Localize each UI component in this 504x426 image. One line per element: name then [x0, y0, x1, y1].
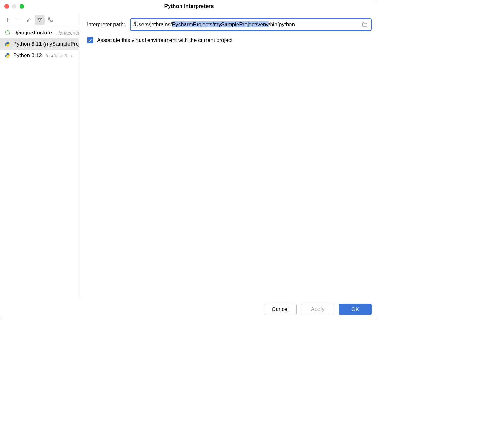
sidebar: DjangoStructure ~/anaconda Python 3.11 (… — [0, 13, 79, 299]
svg-point-2 — [5, 31, 10, 35]
svg-rect-1 — [51, 20, 52, 22]
interpreter-path-hint: ~/anaconda — [56, 30, 79, 36]
folder-icon — [362, 21, 368, 28]
interpreter-path-row: Interpreter path: /Users/jetbrains/Pycha… — [87, 18, 372, 31]
ok-button[interactable]: OK — [339, 304, 372, 315]
cancel-button[interactable]: Cancel — [264, 304, 297, 315]
associate-row: Associate this virtual environment with … — [87, 37, 372, 43]
titlebar: Python Interpreters — [0, 0, 378, 13]
interpreter-path-value: /Users/jetbrains/PycharmProjects/mySampl… — [133, 21, 361, 28]
apply-button[interactable]: Apply — [301, 304, 334, 315]
remove-interpreter-button[interactable] — [13, 15, 23, 25]
window-title: Python Interpreters — [0, 3, 378, 9]
interpreter-path-hint: /usr/local/bin — [46, 53, 72, 58]
browse-path-button[interactable] — [361, 21, 369, 28]
associate-checkbox[interactable] — [87, 37, 93, 43]
interpreter-name: Python 3.11 (mySampleProject) — [13, 41, 79, 47]
plus-icon — [5, 17, 10, 22]
content: DjangoStructure ~/anaconda Python 3.11 (… — [0, 13, 378, 299]
python-icon — [4, 41, 11, 47]
interpreter-name: DjangoStructure — [13, 30, 52, 36]
interpreter-path-label: Interpreter path: — [87, 21, 125, 28]
group-button[interactable] — [45, 15, 55, 25]
svg-rect-0 — [48, 18, 50, 19]
associate-label: Associate this virtual environment with … — [97, 37, 232, 43]
interpreter-path-field[interactable]: /Users/jetbrains/PycharmProjects/mySampl… — [130, 18, 372, 31]
tree-icon — [48, 17, 53, 23]
conda-icon — [4, 30, 11, 36]
add-interpreter-button[interactable] — [3, 15, 13, 25]
check-icon — [88, 38, 92, 43]
minus-icon — [16, 17, 21, 22]
interpreter-item[interactable]: Python 3.11 (mySampleProject) — [0, 38, 79, 50]
sidebar-toolbar — [0, 13, 79, 27]
interpreter-item[interactable]: DjangoStructure ~/anaconda — [0, 27, 79, 38]
pencil-icon — [26, 17, 32, 22]
interpreter-list: DjangoStructure ~/anaconda Python 3.11 (… — [0, 27, 79, 61]
main-panel: Interpreter path: /Users/jetbrains/Pycha… — [79, 13, 378, 299]
interpreter-item[interactable]: Python 3.12 /usr/local/bin — [0, 50, 79, 61]
filter-button[interactable] — [35, 15, 45, 25]
python-interpreters-dialog: Python Interpreters — [0, 0, 378, 320]
interpreter-name: Python 3.12 — [13, 52, 42, 59]
filter-icon — [37, 17, 42, 22]
dialog-footer: Cancel Apply OK — [0, 299, 378, 320]
edit-interpreter-button[interactable] — [24, 15, 34, 25]
python-icon — [4, 52, 11, 59]
